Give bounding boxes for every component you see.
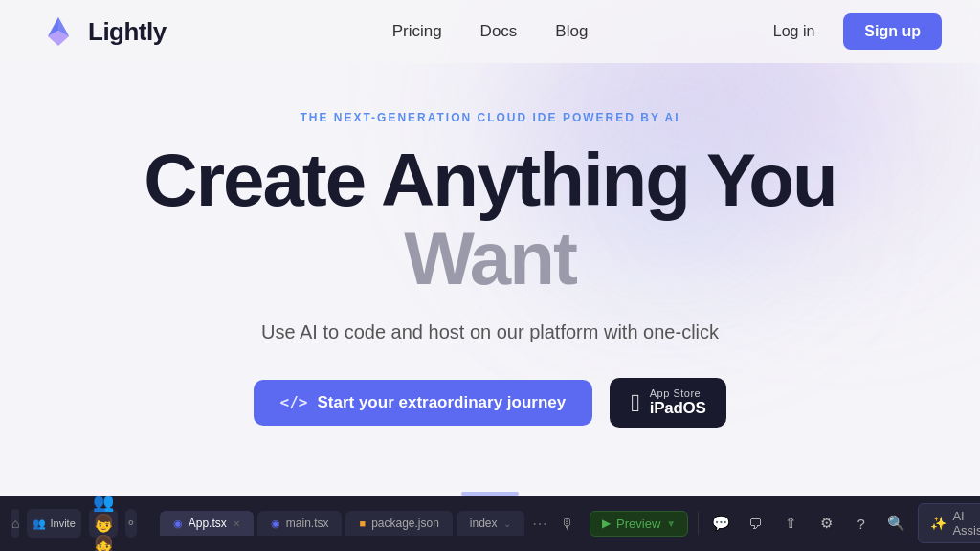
ai-icon: ✨: [930, 516, 947, 531]
nav-links: Pricing Docs Blog: [392, 22, 589, 41]
start-journey-button[interactable]: </> Start your extraordinary journey: [254, 380, 593, 426]
invite-person-icon: 👥: [33, 518, 46, 530]
invite-label: Invite: [50, 518, 75, 529]
nav-docs[interactable]: Docs: [480, 22, 518, 41]
ide-search-icon[interactable]: 🔍: [883, 510, 909, 537]
react-icon-2: ◉: [271, 518, 280, 530]
ide-tab-index[interactable]: index ⌄: [457, 511, 524, 536]
ide-tabs: ◉ App.tsx ✕ ◉ main.tsx ■ package.json in…: [160, 511, 547, 536]
ide-toolbar-right: 🎙 ▶ Preview ▼ 💬 🗩 ⇧ ⚙ ? 🔍 ✨ AI Assistant: [555, 503, 980, 543]
ide-bubble-icon[interactable]: 🗩: [744, 510, 769, 537]
apple-icon: : [631, 390, 640, 415]
signup-button[interactable]: Sign up: [843, 13, 942, 50]
play-icon: ▶: [602, 517, 611, 530]
cta-group: </> Start your extraordinary journey  A…: [19, 378, 961, 428]
ide-tab-package[interactable]: ■ package.json: [345, 511, 452, 536]
ide-mic-icon[interactable]: 🎙: [555, 510, 581, 537]
logo-text: Lightly: [88, 17, 167, 47]
nav-actions: Log in Sign up: [758, 13, 942, 50]
tab-expand-icon: ⌄: [503, 518, 511, 529]
ide-home-icon[interactable]: ⌂: [11, 509, 19, 538]
ide-tab-app-label: App.tsx: [189, 517, 227, 530]
appstore-label: App Store: [650, 387, 706, 399]
ide-invite-button[interactable]: 👥 Invite: [27, 509, 80, 538]
appstore-button[interactable]:  App Store iPadOS: [610, 378, 726, 428]
close-tab-1[interactable]: ✕: [233, 518, 240, 529]
hero-title-part1: Create Anything You: [144, 138, 835, 222]
navbar: Lightly Pricing Docs Blog Log in Sign up: [0, 0, 980, 63]
preview-label: Preview: [616, 517, 660, 531]
ide-tab-main[interactable]: ◉ main.tsx: [257, 511, 343, 536]
hero-section: THE NEXT-GENERATION CLOUD IDE POWERED BY…: [0, 63, 980, 456]
hero-title-part2: Want: [404, 216, 576, 300]
nav-pricing[interactable]: Pricing: [392, 22, 442, 41]
code-bracket-icon: </>: [280, 393, 308, 411]
ide-share-icon[interactable]: ⇧: [778, 510, 804, 537]
preview-dropdown-icon: ▼: [666, 518, 676, 529]
ide-help-icon[interactable]: ?: [848, 510, 874, 537]
divider-2: [698, 512, 699, 535]
hero-title: Create Anything You Want: [19, 142, 961, 298]
ide-tab-app[interactable]: ◉ App.tsx ✕: [160, 511, 254, 536]
more-tabs-icon[interactable]: ⋯: [532, 515, 547, 533]
ai-label: AI Assistant: [952, 509, 980, 538]
ide-preview-button[interactable]: ▶ Preview ▼: [590, 511, 688, 537]
hero-eyebrow: THE NEXT-GENERATION CLOUD IDE POWERED BY…: [19, 111, 961, 124]
ide-chat-icon[interactable]: 💬: [708, 510, 734, 537]
appstore-platform: iPadOS: [650, 399, 706, 418]
hero-subtitle: Use AI to code and host on our platform …: [19, 321, 961, 343]
ide-tab-index-label: index: [470, 517, 498, 530]
nav-blog[interactable]: Blog: [555, 22, 588, 41]
ide-ai-assistant-button[interactable]: ✨ AI Assistant: [918, 503, 980, 543]
login-button[interactable]: Log in: [758, 15, 831, 48]
logo[interactable]: Lightly: [38, 11, 167, 52]
appstore-text: App Store iPadOS: [650, 387, 706, 418]
ide-git-icon[interactable]: ⚬: [125, 509, 137, 538]
json-icon: ■: [359, 518, 366, 529]
logo-icon: [38, 11, 78, 52]
ide-users-icon[interactable]: 👥👦👧: [89, 509, 118, 538]
ide-tab-package-label: package.json: [371, 517, 439, 530]
ide-tab-main-label: main.tsx: [286, 517, 329, 530]
react-icon-1: ◉: [173, 518, 183, 530]
start-journey-label: Start your extraordinary journey: [317, 393, 566, 412]
ide-bar: ⌂ 👥 Invite 👥👦👧 ⚬ ◉ App.tsx ✕ ◉ main.tsx …: [0, 496, 980, 551]
ide-settings-icon[interactable]: ⚙: [813, 510, 839, 537]
